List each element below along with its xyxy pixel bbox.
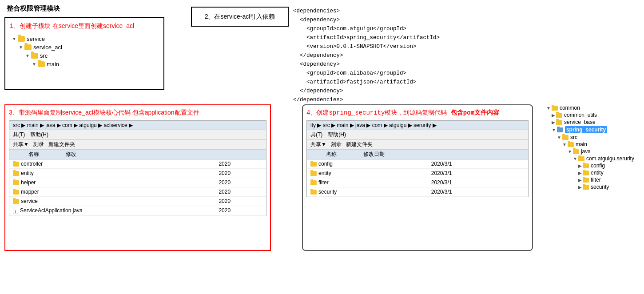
toolbar2-share[interactable]: 共享▼ xyxy=(13,141,29,148)
rt-item-rt-entity: ▶ entity xyxy=(578,169,642,176)
file-icon-java: j xyxy=(13,208,18,214)
rt-arrow-rt-config: ▶ xyxy=(578,163,582,168)
rt-folder-rt-security xyxy=(583,185,589,190)
s4-toolbar1-help[interactable]: 帮助(H) xyxy=(328,131,346,139)
rt-arrow-rt-entity: ▶ xyxy=(578,171,582,175)
section4-file-table: config 2020/3/1 entity 2020/3/1 filter 2… xyxy=(307,159,528,197)
folder-icon-helper xyxy=(13,180,19,185)
toolbar1-item-help[interactable]: 帮助(H) xyxy=(30,131,48,139)
s4-file-date-security: 2020/3/1 xyxy=(428,187,528,197)
s4-file-date-filter: 2020/3/1 xyxy=(428,178,528,187)
rt-folder-src xyxy=(562,135,568,140)
s4-toolbar2-share[interactable]: 共享▼ xyxy=(310,141,326,148)
rt-arrow-java: ▼ xyxy=(568,149,572,154)
rt-label-main: main xyxy=(576,141,587,147)
s4-toolbar2-burn[interactable]: 刻录 xyxy=(331,141,342,148)
xml-line-9: <artifactId>fastjson</artifactId> xyxy=(306,78,440,87)
s4-sort-name[interactable]: 名称 xyxy=(326,151,337,158)
xml-line-7: <dependency> xyxy=(300,60,440,69)
file-name-mapper: mapper xyxy=(21,189,39,195)
s4-file-name-config: config xyxy=(318,161,333,167)
rt-item-rt-filter: ▶ filter xyxy=(578,176,642,183)
file-date-controller: 2020 xyxy=(215,159,266,169)
table-row[interactable]: service 2020 xyxy=(9,197,266,206)
rt-arrow-rt-security: ▶ xyxy=(578,185,582,190)
toolbar2-burn[interactable]: 刻录 xyxy=(33,141,44,148)
folder-icon-3 xyxy=(31,53,38,59)
s4-toolbar2-newfolder[interactable]: 新建文件夹 xyxy=(346,141,373,148)
section4-title-black: 4、创建spring_security模块，到源码复制代码 xyxy=(306,109,447,116)
s4-sort-date[interactable]: 修改日期 xyxy=(363,151,385,158)
table-row[interactable]: controller 2020 xyxy=(9,159,266,169)
s4-toolbar1-tools[interactable]: 具(T) xyxy=(310,131,322,139)
rt-item-java: ▼ java xyxy=(568,148,642,155)
section3-title-red: 包含application配置文件 xyxy=(131,109,199,116)
tree-arrow-4: ▼ xyxy=(32,62,36,67)
rt-folder-pkg xyxy=(578,156,584,161)
section3-box: 3、带源码里面复制service_acl模块核心代码 包含application… xyxy=(4,104,271,251)
file-name-controller: controller xyxy=(21,161,43,167)
main-container: 整合权限管理模块 1、创建子模块 在service里面创建service_acl… xyxy=(0,0,644,294)
table-row[interactable]: security 2020/3/1 xyxy=(307,187,528,197)
tree-item-service: ▼ service xyxy=(12,35,159,43)
folder-icon-entity xyxy=(13,171,19,176)
s4-file-name-security: security xyxy=(318,189,337,195)
xml-line-11: </dependencies> xyxy=(293,95,440,104)
rt-item-rt-config: ▶ config xyxy=(578,162,642,169)
section4-title-red: 包含pom文件内容 xyxy=(447,109,499,116)
folder-icon-2 xyxy=(24,44,32,50)
explorer-section4: ity ▶ src ▶ main ▶ java ▶ com ▶ atguigu … xyxy=(306,120,529,197)
rt-item-spring-security[interactable]: ▼ spring_security xyxy=(552,126,642,134)
xml-block: <dependencies> <dependency> <groupId>com… xyxy=(293,7,440,104)
sort-name[interactable]: 名称 xyxy=(28,151,39,158)
rt-arrow-sb: ▶ xyxy=(552,120,555,125)
rt-label-java: java xyxy=(581,148,591,155)
rt-arrow-ss: ▼ xyxy=(552,127,556,132)
rt-item-src: ▼ src xyxy=(557,134,642,141)
toolbar1-item-tools[interactable]: 具(T) xyxy=(13,131,25,139)
section3-toolbar1: 具(T) 帮助(H) xyxy=(9,130,266,140)
file-name-service: service xyxy=(21,198,38,204)
folder-icon-4 xyxy=(38,61,45,67)
rt-arrow-pkg: ▼ xyxy=(573,156,577,161)
tree-item-src: ▼ src xyxy=(25,52,159,60)
section4-sort-bar: 名称 修改日期 xyxy=(307,150,528,159)
s4-folder-entity xyxy=(310,171,317,176)
xml-line-8: <groupId>com.alibaba</groupId> xyxy=(306,69,440,78)
toolbar2-newfolder[interactable]: 新建文件夹 xyxy=(48,141,75,148)
xml-line-6: </dependency> xyxy=(300,51,440,60)
file-date-mapper: 2020 xyxy=(215,187,266,197)
table-row[interactable]: entity 2020/3/1 xyxy=(307,169,528,178)
s4-folder-security xyxy=(310,190,317,195)
rt-arrow-src: ▼ xyxy=(557,135,561,140)
rt-arrow-common: ▼ xyxy=(546,106,551,111)
section2-box: 2、在service-acl引入依赖 xyxy=(191,7,289,27)
section3-sort-bar: 名称 修改 xyxy=(9,150,266,159)
rt-folder-rt-entity xyxy=(583,171,589,175)
rt-folder-sb xyxy=(556,120,562,125)
s4-file-name-entity: entity xyxy=(318,170,331,176)
s4-file-date-config: 2020/3/1 xyxy=(428,159,528,169)
table-row[interactable]: config 2020/3/1 xyxy=(307,159,528,169)
section3-toolbar2: 共享▼ 刻录 新建文件夹 xyxy=(9,140,266,150)
section4-breadcrumb: ity ▶ src ▶ main ▶ java ▶ com ▶ atguigu … xyxy=(307,121,528,130)
rt-arrow-main: ▼ xyxy=(562,142,567,147)
section1-title: 1、创建子模块 在service里面创建service_acl xyxy=(10,22,159,30)
s4-folder-filter xyxy=(310,180,317,185)
rt-folder-rt-filter xyxy=(583,178,589,183)
file-name-entity: entity xyxy=(21,170,34,176)
table-row[interactable]: mapper 2020 xyxy=(9,187,266,197)
rt-folder-rt-config xyxy=(583,163,589,168)
table-row[interactable]: helper 2020 xyxy=(9,178,266,187)
section3-file-table: controller 2020 entity 2020 helper 2020 … xyxy=(9,159,266,216)
rt-item-common: ▼ common xyxy=(546,104,642,111)
table-row[interactable]: filter 2020/3/1 xyxy=(307,178,528,187)
rt-arrow-rt-filter: ▶ xyxy=(578,178,582,183)
table-row[interactable]: entity 2020 xyxy=(9,169,266,178)
rt-folder-cu xyxy=(556,113,562,118)
sort-date[interactable]: 修改 xyxy=(66,151,76,158)
table-row[interactable]: jServiceAclApplication.java 2020 xyxy=(9,206,266,216)
rt-folder-main xyxy=(568,142,574,147)
rt-label-rt-config: config xyxy=(591,163,605,169)
rt-item-pkg: ▼ com.atguigu.serurity xyxy=(573,155,642,162)
